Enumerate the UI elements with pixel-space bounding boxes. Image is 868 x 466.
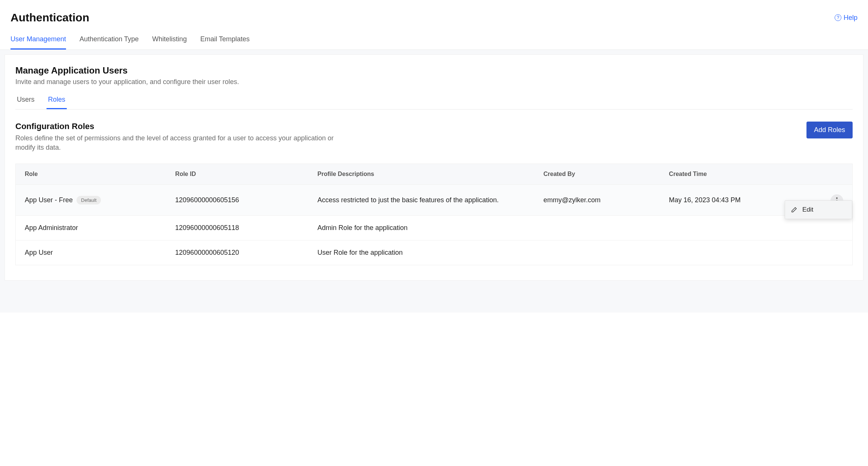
table-row: App User - Free Default 1209600000060515… (16, 185, 853, 216)
config-title: Configuration Roles (15, 122, 342, 131)
role-id: 12096000000605118 (166, 216, 308, 241)
help-label: Help (844, 14, 857, 22)
context-menu: Edit (785, 200, 852, 219)
table-header-row: Role Role ID Profile Descriptions Create… (16, 164, 853, 185)
config-desc: Roles define the set of permissions and … (15, 134, 342, 152)
table-row: App User 12096000000605120 User Role for… (16, 241, 853, 265)
role-createdby: emmy@zylker.com (535, 185, 660, 216)
role-createdby (535, 216, 660, 241)
tab-email-templates[interactable]: Email Templates (200, 35, 250, 50)
role-createdtime (660, 241, 811, 265)
role-createdtime (660, 216, 811, 241)
role-name: App User - Free (25, 196, 73, 204)
section-desc: Invite and manage users to your applicat… (15, 78, 853, 86)
header-role-id: Role ID (166, 164, 308, 185)
header-role: Role (16, 164, 167, 185)
subtab-users[interactable]: Users (15, 93, 36, 109)
tab-authentication-type[interactable]: Authentication Type (80, 35, 139, 50)
role-desc: Admin Role for the application (308, 216, 534, 241)
subtab-roles[interactable]: Roles (47, 93, 67, 109)
help-link[interactable]: ? Help (835, 14, 857, 22)
table-row: App Administrator 12096000000605118 Admi… (16, 216, 853, 241)
help-icon: ? (835, 14, 841, 21)
tab-whitelisting[interactable]: Whitelisting (152, 35, 187, 50)
section-title: Manage Application Users (15, 65, 853, 76)
page-title: Authentication (11, 11, 89, 24)
edit-icon (791, 207, 797, 213)
menu-item-edit[interactable]: Edit (785, 201, 852, 219)
role-desc: User Role for the application (308, 241, 534, 265)
role-name: App Administrator (16, 216, 167, 241)
sub-tabs: Users Roles (15, 93, 853, 110)
role-id: 12096000000605156 (166, 185, 308, 216)
role-createdby (535, 241, 660, 265)
role-desc: Access restricted to just the basic feat… (308, 185, 534, 216)
role-id: 12096000000605120 (166, 241, 308, 265)
roles-table: Role Role ID Profile Descriptions Create… (15, 164, 853, 265)
default-badge: Default (77, 196, 101, 204)
header-created-time: Created Time (660, 164, 811, 185)
header-profile-desc: Profile Descriptions (308, 164, 534, 185)
tab-user-management[interactable]: User Management (11, 35, 66, 50)
content-panel: Manage Application Users Invite and mana… (5, 54, 863, 281)
add-roles-button[interactable]: Add Roles (806, 122, 853, 138)
menu-item-edit-label: Edit (802, 206, 813, 213)
main-tabs: User Management Authentication Type Whit… (0, 24, 868, 50)
header-actions (811, 164, 853, 185)
role-name: App User (16, 241, 167, 265)
header-created-by: Created By (535, 164, 660, 185)
